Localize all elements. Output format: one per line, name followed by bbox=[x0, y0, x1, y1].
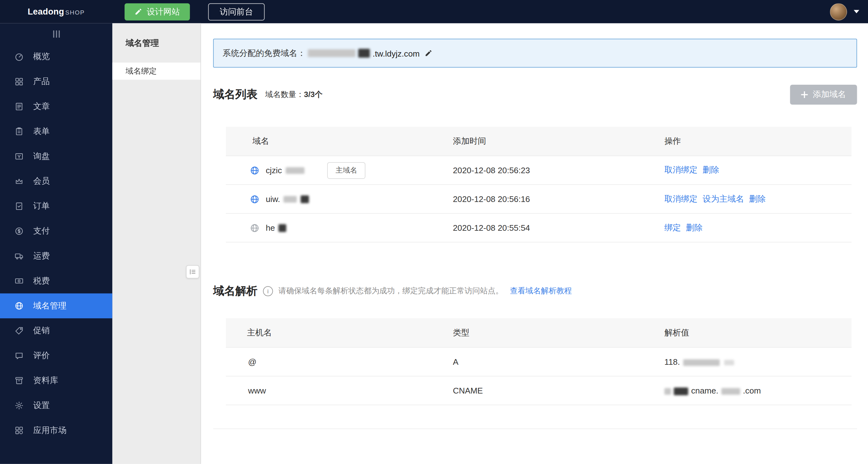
free-domain-suffix: .tw.ldyjz.com bbox=[373, 49, 420, 58]
redacted-text bbox=[683, 360, 720, 366]
form-clipboard-icon bbox=[14, 127, 24, 136]
sidebar-item-label: 文章 bbox=[33, 101, 50, 112]
sidebar-collapse-toggle[interactable] bbox=[0, 23, 113, 44]
inquiry-icon bbox=[14, 152, 24, 161]
sidebar-item-label: 资料库 bbox=[33, 375, 58, 386]
edit-domain-pencil-icon[interactable] bbox=[425, 49, 432, 57]
table-row: @ A 118. bbox=[226, 347, 851, 376]
topbar: Leadong SHOP 设计网站 访问前台 bbox=[0, 0, 868, 23]
redacted-text bbox=[721, 388, 740, 395]
article-icon bbox=[14, 102, 24, 111]
panel-collapse-button[interactable] bbox=[186, 265, 199, 278]
sidebar-item-app-market[interactable]: 应用市场 bbox=[0, 418, 113, 443]
sidebar-item-forms[interactable]: 表单 bbox=[0, 119, 113, 144]
dns-table: 主机名 类型 解析值 @ A 118. www CNAME bbox=[226, 318, 851, 405]
sidebar-item-label: 产品 bbox=[33, 76, 50, 87]
dns-value-prefix: 118. bbox=[664, 357, 680, 367]
globe-icon bbox=[250, 194, 260, 204]
table-row: cjzic 主域名 2020-12-08 20:56:23 取消绑定删除 bbox=[226, 156, 851, 184]
set-primary-link[interactable]: 设为主域名 bbox=[703, 194, 744, 203]
apps-market-icon bbox=[14, 426, 24, 435]
main-content: 系统分配的免费域名： .tw.ldyjz.com 域名列表 域名数量：3/3个 … bbox=[201, 23, 868, 464]
sidebar-item-orders[interactable]: 订单 bbox=[0, 194, 113, 219]
panel-list-icon bbox=[189, 268, 196, 276]
logo-text-primary: Leadong bbox=[28, 7, 64, 17]
redacted-text bbox=[674, 388, 688, 395]
bind-link[interactable]: 绑定 bbox=[664, 222, 681, 232]
value-cell: cname. .com bbox=[664, 386, 851, 395]
chevron-down-icon[interactable] bbox=[854, 10, 860, 13]
globe-icon bbox=[250, 223, 260, 233]
design-site-button[interactable]: 设计网站 bbox=[125, 3, 190, 20]
tax-banknote-icon bbox=[14, 276, 24, 286]
sidebar-item-label: 税费 bbox=[33, 276, 50, 286]
type-cell: A bbox=[453, 357, 664, 367]
sidebar-item-label: 促销 bbox=[33, 326, 50, 336]
column-header-value: 解析值 bbox=[664, 328, 851, 338]
add-domain-label: 添加域名 bbox=[813, 89, 846, 99]
redacted-text bbox=[283, 196, 297, 202]
sidebar-item-promotions[interactable]: 促销 bbox=[0, 318, 113, 343]
sidebar-item-inquiries[interactable]: 询盘 bbox=[0, 144, 113, 169]
free-domain-banner: 系统分配的免费域名： .tw.ldyjz.com bbox=[213, 39, 857, 68]
domain-list-title: 域名列表 bbox=[213, 87, 257, 102]
sidebar-item-tax[interactable]: 税费 bbox=[0, 268, 113, 293]
user-avatar[interactable] bbox=[830, 3, 847, 20]
sidebar-item-label: 应用市场 bbox=[33, 425, 66, 436]
value-cell: 118. bbox=[664, 357, 851, 367]
delete-link[interactable]: 删除 bbox=[749, 194, 766, 203]
sidebar-item-domain-management[interactable]: 域名管理 bbox=[0, 293, 113, 318]
sidebar-item-label: 概览 bbox=[33, 52, 50, 62]
column-header-actions: 操作 bbox=[664, 136, 851, 146]
redacted-text bbox=[724, 360, 735, 366]
delete-link[interactable]: 删除 bbox=[686, 222, 703, 232]
primary-domain-tag: 主域名 bbox=[327, 162, 365, 179]
domain-name: cjzic bbox=[266, 166, 282, 175]
sidebar-item-overview[interactable]: 概览 bbox=[0, 44, 113, 69]
column-header-added-time: 添加时间 bbox=[453, 136, 664, 146]
redacted-text bbox=[278, 224, 286, 232]
redacted-text bbox=[358, 49, 370, 58]
design-site-label: 设计网站 bbox=[147, 6, 180, 17]
added-time-cell: 2020-12-08 20:56:23 bbox=[453, 166, 664, 175]
sidebar-item-payment[interactable]: 支付 bbox=[0, 219, 113, 244]
sidebar-item-articles[interactable]: 文章 bbox=[0, 94, 113, 119]
products-grid-icon bbox=[14, 77, 24, 86]
review-bubble-icon bbox=[14, 351, 24, 360]
sidebar-item-products[interactable]: 产品 bbox=[0, 69, 113, 94]
column-header-host: 主机名 bbox=[226, 328, 453, 338]
payment-dollar-icon bbox=[14, 226, 24, 236]
domain-count: 域名数量：3/3个 bbox=[265, 89, 322, 99]
dns-tutorial-link[interactable]: 查看域名解析教程 bbox=[510, 286, 572, 296]
globe-icon bbox=[250, 165, 260, 176]
added-time-cell: 2020-12-08 20:56:16 bbox=[453, 194, 664, 204]
added-time-cell: 2020-12-08 20:55:54 bbox=[453, 223, 664, 233]
sidebar-item-reviews[interactable]: 评价 bbox=[0, 343, 113, 368]
sidebar-item-members[interactable]: 会员 bbox=[0, 169, 113, 194]
redacted-text bbox=[286, 167, 305, 174]
table-row: he 2020-12-08 20:55:54 绑定删除 bbox=[226, 213, 851, 242]
unbind-link[interactable]: 取消绑定 bbox=[664, 194, 698, 203]
domain-table: 域名 添加时间 操作 cjzic 主域名 2020-12-08 20:56:23 bbox=[226, 127, 851, 242]
library-archive-icon bbox=[14, 376, 24, 385]
column-header-domain: 域名 bbox=[226, 136, 453, 146]
promo-tag-icon bbox=[14, 326, 24, 336]
sidebar-item-shipping[interactable]: 运费 bbox=[0, 244, 113, 269]
sidebar-item-library[interactable]: 资料库 bbox=[0, 368, 113, 393]
actions-cell: 绑定删除 bbox=[664, 222, 851, 233]
visit-frontend-button[interactable]: 访问前台 bbox=[208, 3, 265, 20]
delete-link[interactable]: 删除 bbox=[703, 165, 719, 175]
sidebar-item-label: 询盘 bbox=[33, 151, 50, 161]
subsidebar-item-domain-binding[interactable]: 域名绑定 bbox=[113, 63, 200, 80]
globe-icon bbox=[14, 301, 24, 311]
sidebar-item-settings[interactable]: 设置 bbox=[0, 393, 113, 418]
dns-table-header: 主机名 类型 解析值 bbox=[226, 318, 851, 347]
add-domain-button[interactable]: 添加域名 bbox=[790, 84, 857, 104]
secondary-sidebar: 域名管理 域名绑定 bbox=[113, 23, 201, 464]
app-viewport: Leadong SHOP 设计网站 访问前台 概览 bbox=[0, 0, 868, 464]
host-cell: www bbox=[226, 386, 453, 395]
domain-name: uiw. bbox=[266, 194, 280, 204]
unbind-link[interactable]: 取消绑定 bbox=[664, 165, 698, 175]
gauge-icon bbox=[14, 52, 24, 62]
redacted-text bbox=[308, 49, 355, 57]
